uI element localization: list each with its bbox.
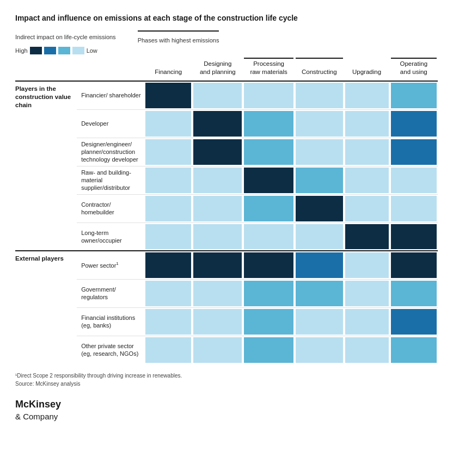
data-cell <box>344 166 390 194</box>
header-item-col <box>77 60 144 81</box>
table-row: Government/ regulators <box>15 279 438 307</box>
data-cell <box>144 81 192 109</box>
data-cell <box>243 279 295 307</box>
table-row: Other private sector (eg, research, NGOs… <box>15 336 438 364</box>
header-designing: Designingand planning <box>192 60 243 81</box>
item-label: Other private sector (eg, research, NGOs… <box>77 336 144 364</box>
data-cell <box>192 194 243 222</box>
item-label: Financier/ shareholder <box>77 81 144 109</box>
data-cell <box>344 279 390 307</box>
table-header: Financing Designingand planning Processi… <box>15 60 438 81</box>
data-cell <box>243 109 295 138</box>
data-cell <box>243 336 295 364</box>
item-label: Long-term owner/occupier <box>77 222 144 251</box>
data-cell <box>295 109 344 138</box>
data-cell <box>192 166 243 194</box>
data-cell <box>295 307 344 336</box>
data-cell <box>344 109 390 138</box>
data-cell <box>192 81 243 109</box>
item-label: Developer <box>77 109 144 138</box>
data-cell <box>344 138 390 166</box>
data-cell <box>295 279 344 307</box>
table-row: Financial institutions (eg, banks) <box>15 307 438 336</box>
data-cell <box>390 307 438 336</box>
color-swatch-pale <box>72 47 84 54</box>
data-cell <box>192 138 243 166</box>
data-cell <box>144 307 192 336</box>
table-row: Designer/engineer/ planner/construction … <box>15 138 438 166</box>
color-swatch-dark <box>30 47 42 54</box>
data-cell <box>344 81 390 109</box>
data-cell <box>295 194 344 222</box>
header-upgrading: Upgrading <box>344 60 390 81</box>
data-cell <box>144 279 192 307</box>
data-cell <box>144 166 192 194</box>
main-table: Financing Designingand planning Processi… <box>15 60 438 364</box>
data-cell <box>144 222 192 251</box>
data-cell <box>390 222 438 251</box>
data-cell <box>243 138 295 166</box>
data-cell <box>243 307 295 336</box>
data-cell <box>344 336 390 364</box>
data-cell <box>243 222 295 251</box>
data-cell <box>295 138 344 166</box>
data-cell <box>344 251 390 279</box>
header-financing: Financing <box>144 60 192 81</box>
data-cell <box>144 336 192 364</box>
item-label: Power sector1 <box>77 251 144 279</box>
data-cell <box>344 222 390 251</box>
data-cell <box>243 194 295 222</box>
data-cell <box>192 307 243 336</box>
header-processing: Processingraw materials <box>243 60 295 81</box>
data-cell <box>243 81 295 109</box>
item-label: Designer/engineer/ planner/construction … <box>77 138 144 166</box>
data-cell <box>144 194 192 222</box>
table-row: Long-term owner/occupier <box>15 222 438 251</box>
item-label: Contractor/ homebuilder <box>77 194 144 222</box>
data-cell <box>243 251 295 279</box>
main-title: Impact and influence on emissions at eac… <box>15 13 438 23</box>
data-cell <box>144 251 192 279</box>
data-cell <box>192 109 243 138</box>
data-cell <box>390 251 438 279</box>
data-cell <box>390 109 438 138</box>
legend-high-label: High <box>15 47 28 54</box>
color-swatch-mid <box>44 47 56 54</box>
data-cell <box>192 336 243 364</box>
data-cell <box>390 138 438 166</box>
group-label-external: External players <box>15 251 77 364</box>
data-cell <box>144 109 192 138</box>
data-cell <box>344 194 390 222</box>
table-row: Players in the construction value chainF… <box>15 81 438 109</box>
item-label: Government/ regulators <box>77 279 144 307</box>
group-label-players: Players in the construction value chain <box>15 81 77 251</box>
header-constructing: Constructing <box>295 60 344 81</box>
data-cell <box>390 336 438 364</box>
item-label: Raw- and building-material supplier/dist… <box>77 166 144 194</box>
data-cell <box>344 307 390 336</box>
data-cell <box>295 336 344 364</box>
footnote-1: ¹Direct Scope 2 responsibility through d… <box>15 372 438 380</box>
data-cell <box>295 166 344 194</box>
legend-phases: Phases with highest emissions <box>138 30 219 44</box>
table-row: Contractor/ homebuilder <box>15 194 438 222</box>
header-group-col <box>15 60 77 81</box>
data-cell <box>192 251 243 279</box>
data-cell <box>295 222 344 251</box>
legend-low-label: Low <box>87 47 97 54</box>
footnote-2: Source: McKinsey analysis <box>15 380 438 388</box>
data-cell <box>390 166 438 194</box>
data-cell <box>192 279 243 307</box>
table-row: External playersPower sector1 <box>15 251 438 279</box>
legend-indirect: Indirect impact on life-cycle emissions <box>15 34 116 40</box>
data-cell <box>390 194 438 222</box>
data-cell <box>243 166 295 194</box>
item-label: Financial institutions (eg, banks) <box>77 307 144 336</box>
data-cell <box>390 81 438 109</box>
data-cell <box>295 251 344 279</box>
data-cell <box>192 222 243 251</box>
mckinsey-logo: McKinsey & Company <box>15 399 438 422</box>
color-swatch-light <box>58 47 70 54</box>
data-cell <box>390 279 438 307</box>
table-row: Developer <box>15 109 438 138</box>
